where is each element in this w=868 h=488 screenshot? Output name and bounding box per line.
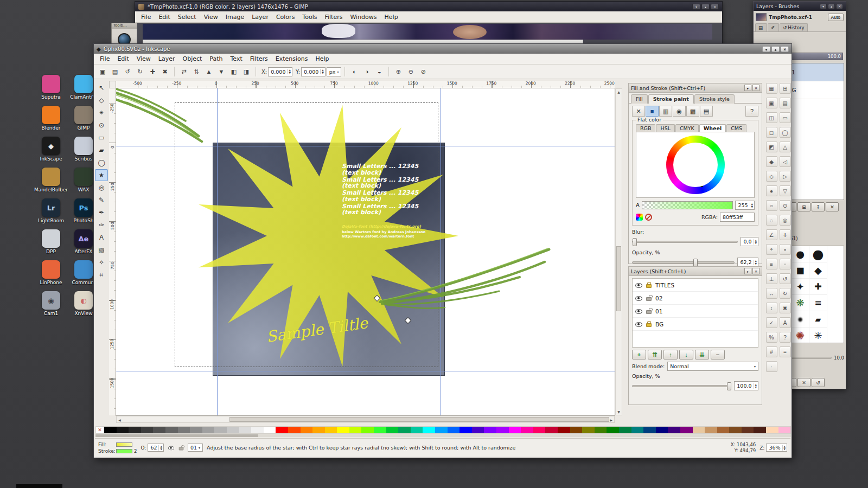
- maximize-button[interactable]: ▴: [701, 4, 710, 10]
- snap-toggle-button[interactable]: ⊙: [780, 200, 791, 211]
- palette-swatch[interactable]: [448, 427, 460, 433]
- palette-swatch[interactable]: [301, 427, 313, 433]
- minimize-button[interactable]: ▾: [820, 4, 827, 9]
- palette-swatch[interactable]: [472, 427, 484, 433]
- fill-stroke-tab[interactable]: Fill: [631, 94, 648, 104]
- snap-toggle-button[interactable]: ▷: [780, 171, 791, 182]
- taskbar-stub[interactable]: [16, 484, 62, 488]
- menu-item[interactable]: Help: [311, 54, 333, 64]
- brush-swatch[interactable]: ✦: [792, 279, 809, 295]
- desktop-icon[interactable]: DPP: [35, 229, 67, 254]
- text-block[interactable]: Small Letters ... 12345 (text block)Smal…: [342, 163, 434, 216]
- snap-toggle-button[interactable]: ◎: [780, 215, 791, 226]
- scrollbar-thumb[interactable]: [95, 434, 258, 437]
- scroll-right-icon[interactable]: ▶: [608, 417, 614, 423]
- palette-swatch[interactable]: [619, 427, 631, 433]
- palette-swatch[interactable]: [484, 427, 496, 433]
- toolbar-button[interactable]: ↺: [122, 66, 133, 78]
- layer-action-button[interactable]: ↓: [679, 350, 693, 359]
- color-picker-icon[interactable]: [636, 214, 643, 221]
- dialog-menu-button[interactable]: ▸: [744, 268, 751, 274]
- palette-swatch[interactable]: [742, 427, 754, 433]
- image-selector[interactable]: TmpPhoto.xcf-1: [769, 15, 826, 20]
- slider-handle[interactable]: [693, 259, 698, 267]
- zoom-spinbox[interactable]: 36%▲▼: [766, 444, 787, 452]
- opacity-spinbox[interactable]: 62,2▲▼: [737, 258, 758, 267]
- snap-toggle-button[interactable]: △: [780, 142, 791, 152]
- snap-toggle-button[interactable]: ○: [766, 200, 777, 211]
- node-tool[interactable]: ◇: [95, 94, 108, 106]
- zoom-tool[interactable]: ⊙: [95, 119, 108, 131]
- snap-toggle-button[interactable]: ?: [780, 332, 791, 343]
- toolbar-button[interactable]: ▲: [203, 66, 215, 78]
- ellipse-tool[interactable]: ◯: [95, 157, 108, 169]
- layer-action-button[interactable]: ✕: [826, 202, 839, 211]
- snap-toggle-button[interactable]: ⊥: [766, 273, 777, 284]
- paint-type-button[interactable]: ▥: [659, 106, 672, 117]
- palette-swatch[interactable]: [729, 427, 742, 433]
- desktop-icon[interactable]: MandelBulber: [35, 168, 67, 192]
- gradient-tool[interactable]: ▧: [95, 244, 108, 256]
- scroll-up-icon[interactable]: ▲: [616, 89, 622, 95]
- toolbar-button[interactable]: ▤: [109, 66, 121, 78]
- palette-swatch[interactable]: [386, 427, 399, 433]
- color-mode-tab[interactable]: HSL: [656, 124, 674, 132]
- menu-item[interactable]: Colors: [272, 12, 298, 22]
- snap-toggle-button[interactable]: ▦: [766, 83, 777, 94]
- palette-swatch[interactable]: [496, 427, 509, 433]
- inkscape-titlebar[interactable]: ◆ Gphx00.SVGz - Inkscape ▾ ▴ ✕: [94, 44, 792, 54]
- help-button[interactable]: ?: [745, 106, 758, 117]
- toolbar-button[interactable]: ↻: [134, 66, 146, 78]
- visibility-icon[interactable]: [635, 321, 642, 328]
- dropper-tool[interactable]: ✧: [95, 256, 108, 268]
- close-button[interactable]: ✕: [711, 4, 719, 10]
- toolbar-button[interactable]: ⊘: [417, 66, 429, 78]
- snap-toggle-button[interactable]: ◫: [766, 112, 777, 123]
- palette-swatch[interactable]: [509, 427, 521, 433]
- palette-swatch[interactable]: [398, 427, 411, 433]
- calligraphy-tool[interactable]: ✑: [95, 219, 108, 231]
- menu-item[interactable]: Select: [174, 12, 200, 22]
- dialog-close-button[interactable]: ✕: [752, 85, 760, 91]
- box3d-tool[interactable]: ▰: [95, 144, 108, 156]
- dialog-menu-button[interactable]: ▸: [744, 85, 751, 91]
- snap-toggle-button[interactable]: A: [780, 317, 791, 328]
- menu-item[interactable]: Object: [179, 54, 206, 64]
- brush-swatch[interactable]: ✺: [792, 328, 809, 343]
- menu-item[interactable]: Path: [206, 54, 226, 64]
- layer-opacity-spinbox[interactable]: 100,0▲▼: [734, 381, 758, 390]
- palette-swatch[interactable]: [214, 427, 227, 433]
- horizontal-ruler[interactable]: -500-25002505007501000125015001750200022…: [116, 81, 615, 88]
- font-note-dejavu[interactable]: DejaVu-font (http://dejavu-fonts.org): [342, 224, 421, 229]
- snap-toggle-button[interactable]: ↺: [780, 273, 791, 284]
- palette-swatch[interactable]: [656, 427, 668, 433]
- minimize-button[interactable]: ▾: [762, 46, 770, 52]
- scrollbar-thumb[interactable]: [616, 246, 621, 311]
- snap-toggle-button[interactable]: ∠: [766, 229, 777, 240]
- snap-toggle-button[interactable]: ▫: [780, 259, 791, 269]
- palette-swatch[interactable]: [705, 427, 717, 433]
- gimp-titlebar[interactable]: *TmpPhoto.xcf-1.0 (RGB color, 2 layers) …: [135, 2, 722, 11]
- lock-icon[interactable]: [646, 323, 652, 327]
- layer-action-button[interactable]: ⇈: [648, 350, 662, 359]
- visibility-icon[interactable]: [635, 282, 642, 288]
- toolbar-button[interactable]: ▼: [215, 66, 227, 78]
- palette-swatch[interactable]: [582, 427, 595, 433]
- layer-row[interactable]: TITLES: [633, 279, 758, 292]
- unit-select[interactable]: px▾: [327, 67, 342, 76]
- paint-type-button[interactable]: ◉: [673, 106, 686, 117]
- palette-swatch[interactable]: [117, 427, 129, 433]
- palette-swatch[interactable]: [190, 427, 202, 433]
- rgba-input[interactable]: 80ff53ff: [720, 213, 755, 222]
- layer-row[interactable]: BG: [633, 318, 758, 331]
- paint-type-button[interactable]: ▤: [700, 106, 713, 117]
- menu-item[interactable]: Windows: [346, 12, 380, 22]
- snap-toggle-button[interactable]: ◯: [780, 127, 791, 138]
- snap-toggle-button[interactable]: ✛: [780, 229, 791, 240]
- snap-toggle-button[interactable]: =: [780, 346, 791, 357]
- palette-swatch[interactable]: [288, 427, 301, 433]
- color-triangle[interactable]: [673, 143, 718, 187]
- palette-swatch[interactable]: [680, 427, 693, 433]
- desktop-icon[interactable]: Lr LightRoom: [35, 198, 67, 223]
- vertical-ruler[interactable]: -2500250500750100012501500: [109, 88, 116, 415]
